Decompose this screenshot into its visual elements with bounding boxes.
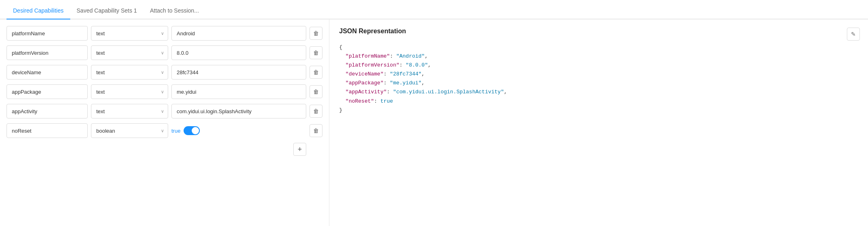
cap-value-appactivity[interactable] [171, 104, 306, 118]
delete-button-devicename[interactable]: 🗑 [310, 66, 323, 79]
tab-desired-capabilities[interactable]: Desired Capabilities [6, 2, 70, 19]
toggle-slider-noreset [184, 126, 200, 135]
tabs-bar: Desired Capabilities Saved Capability Se… [0, 0, 868, 19]
cap-type-wrapper-devicename: text boolean number object list [91, 65, 168, 80]
trash-icon: 🗑 [313, 127, 319, 134]
delete-button-apppackage[interactable]: 🗑 [310, 85, 323, 98]
trash-icon: 🗑 [313, 88, 319, 95]
add-capability-button[interactable]: + [293, 143, 306, 156]
capability-row: text boolean number object list 🗑 [6, 26, 323, 41]
trash-icon: 🗑 [313, 69, 319, 75]
cap-name-apppackage[interactable] [6, 84, 88, 99]
cap-type-wrapper-apppackage: text boolean number object list [91, 84, 168, 99]
cap-type-wrapper-appactivity: text boolean number object list [91, 104, 168, 118]
cap-type-wrapper-noreset: text boolean number object list [91, 123, 168, 138]
json-content: { "platformName": "Android", "platformVe… [339, 43, 858, 115]
toggle-switch-noreset[interactable] [184, 126, 200, 135]
delete-button-platformversion[interactable]: 🗑 [310, 46, 323, 59]
edit-icon: ✎ [851, 31, 856, 37]
plus-icon: + [298, 146, 302, 153]
cap-type-select-platformname[interactable]: text boolean number object list [91, 26, 168, 41]
cap-name-devicename[interactable] [6, 65, 88, 80]
cap-name-platformversion[interactable] [6, 45, 88, 60]
json-title: JSON Representation [339, 28, 858, 35]
delete-button-appactivity[interactable]: 🗑 [310, 105, 323, 118]
cap-name-noreset[interactable] [6, 123, 88, 138]
trash-icon: 🗑 [313, 108, 319, 114]
main-content: text boolean number object list 🗑 [0, 19, 868, 226]
left-panel: text boolean number object list 🗑 [0, 19, 329, 226]
cap-name-platformname[interactable] [6, 26, 88, 41]
cap-type-wrapper-platformversion: text boolean number object list [91, 45, 168, 60]
app-container: Desired Capabilities Saved Capability Se… [0, 0, 868, 226]
cap-value-devicename[interactable] [171, 65, 306, 80]
boolean-toggle-wrapper: true [171, 123, 306, 138]
capability-row: text boolean number object list 🗑 [6, 84, 323, 99]
cap-type-select-devicename[interactable]: text boolean number object list [91, 65, 168, 80]
cap-type-select-apppackage[interactable]: text boolean number object list [91, 84, 168, 99]
cap-name-appactivity[interactable] [6, 104, 88, 118]
tab-saved-capability-sets[interactable]: Saved Capability Sets 1 [70, 2, 144, 19]
capability-row: text boolean number object list true [6, 123, 323, 138]
cap-type-select-platformversion[interactable]: text boolean number object list [91, 45, 168, 60]
cap-value-platformversion[interactable] [171, 45, 306, 60]
delete-button-platformname[interactable]: 🗑 [310, 27, 323, 40]
trash-icon: 🗑 [313, 30, 319, 37]
edit-json-button[interactable]: ✎ [847, 28, 860, 41]
cap-value-platformname[interactable] [171, 26, 306, 41]
cap-value-apppackage[interactable] [171, 84, 306, 99]
cap-type-wrapper-platformname: text boolean number object list [91, 26, 168, 41]
right-panel: JSON Representation ✎ { "platformName": … [329, 19, 868, 226]
add-btn-row: + [6, 143, 323, 156]
trash-icon: 🗑 [313, 50, 319, 56]
cap-type-select-noreset[interactable]: text boolean number object list [91, 123, 168, 138]
delete-button-noreset[interactable]: 🗑 [310, 124, 323, 137]
toggle-true-label: true [171, 128, 180, 134]
tab-attach-to-session[interactable]: Attach to Session... [143, 2, 206, 19]
capability-row: text boolean number object list 🗑 [6, 104, 323, 118]
capability-row: text boolean number object list 🗑 [6, 65, 323, 80]
capability-row: text boolean number object list 🗑 [6, 45, 323, 60]
cap-type-select-appactivity[interactable]: text boolean number object list [91, 104, 168, 118]
